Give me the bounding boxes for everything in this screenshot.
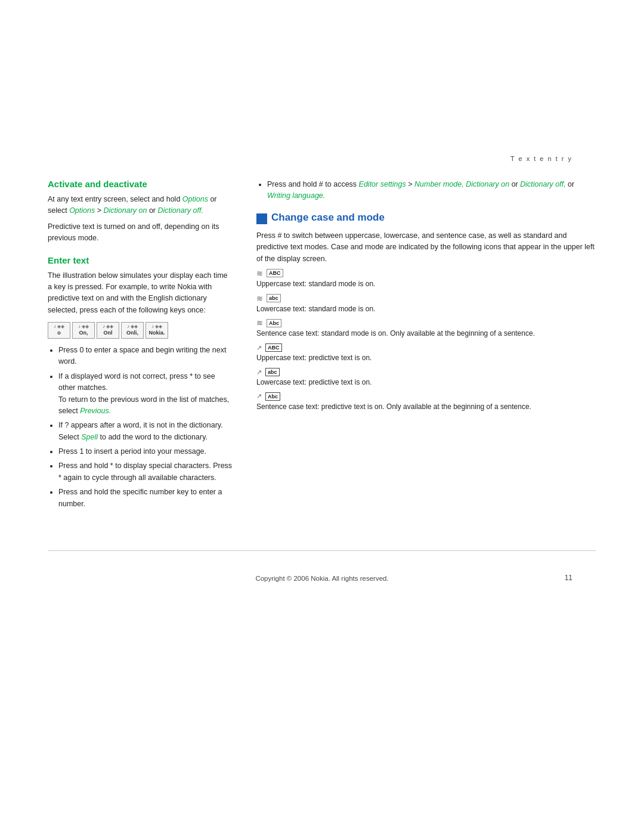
activate-title: Activate and deactivate: [48, 179, 233, 189]
page-footer: Copyright © 2006 Nokia. All rights reser…: [0, 551, 644, 600]
right-column: Press and hold # to access Editor settin…: [256, 168, 596, 515]
key-3-top: ♪ ◈◈: [100, 324, 116, 330]
dict-off-link: Dictionary off.: [158, 206, 203, 215]
bullet-4: Press 1 to insert a period into your mes…: [58, 446, 233, 457]
keys-illustration: ♪ ◈◈ o ♪ ◈◈ On, ♪ ◈◈ Onl ♪ ◈◈ Onli, ♪ ◈◈: [48, 322, 233, 339]
wave-icon-3: ≋: [256, 318, 263, 327]
page-number: 11: [565, 574, 572, 582]
page-header: T e x t e n t r y: [0, 0, 644, 168]
mode-label-3: Sentence case text: standard mode is on.…: [256, 329, 596, 339]
change-case-title: Change case and mode: [271, 212, 385, 224]
activate-para1: At any text entry screen, select and hol…: [48, 194, 233, 217]
mode-uppercase-standard: ≋ ABC Uppercase text: standard mode is o…: [256, 269, 596, 289]
wave-icon-5: ↗: [256, 368, 262, 376]
change-case-heading-wrapper: Change case and mode: [256, 212, 596, 224]
mode-lowercase-predictive: ↗ abc Lowercase text: predictive text is…: [256, 368, 596, 388]
key-4-top: ♪ ◈◈: [124, 324, 141, 330]
mode-icon-row-4: ↗ ABC: [256, 343, 596, 352]
bullet-1: Press 0 to enter a space and begin writi…: [58, 345, 233, 368]
wave-icon-2: ≋: [256, 294, 263, 303]
section-label: T e x t e n t r y: [510, 155, 572, 162]
dict-on-link: Dictionary on: [103, 206, 147, 215]
bullet-5: Press and hold * to display special char…: [58, 460, 233, 484]
abc-icon-4: ABC: [265, 343, 282, 352]
mode-label-4: Uppercase text: predictive text is on.: [256, 353, 596, 363]
mode-sentence-standard: ≋ Abc Sentence case text: standard mode …: [256, 318, 596, 339]
abc-icon-3: Abc: [267, 319, 281, 327]
key-3: ♪ ◈◈ Onl: [97, 322, 119, 339]
mode-label-5: Lowercase text: predictive text is on.: [256, 377, 596, 388]
mode-label-2: Lowercase text: standard mode is on.: [256, 304, 596, 314]
right-top-bullets: Press and hold # to access Editor settin…: [256, 179, 596, 202]
activate-para2: Predictive text is turned on and off, de…: [48, 221, 233, 244]
mode-label-6: Sentence case text: predictive text is o…: [256, 402, 596, 412]
key-5-bottom: Nokia.: [148, 330, 165, 337]
wave-icon-1: ≋: [256, 269, 263, 278]
key-2-top: ♪ ◈◈: [75, 324, 92, 330]
number-mode-link: Number mode,: [414, 180, 464, 188]
page: T e x t e n t r y Activate and deactivat…: [0, 0, 644, 833]
key-1-bottom: o: [51, 330, 67, 337]
mode-lowercase-standard: ≋ abc Lowercase text: standard mode is o…: [256, 294, 596, 314]
change-case-para: Press # to switch between uppercase, low…: [256, 230, 596, 265]
key-4-bottom: Onli,: [124, 330, 141, 337]
previous-link: Previous.: [80, 407, 111, 415]
abc-icon-5: abc: [265, 368, 280, 376]
key-1-top: ♪ ◈◈: [51, 324, 67, 330]
enter-para1: The illustration below simulates your di…: [48, 270, 233, 317]
key-5-top: ♪ ◈◈: [148, 324, 165, 330]
mode-uppercase-predictive: ↗ ABC Uppercase text: predictive text is…: [256, 343, 596, 363]
enter-title: Enter text: [48, 255, 233, 265]
key-2-bottom: On,: [75, 330, 92, 337]
key-2: ♪ ◈◈ On,: [72, 322, 95, 339]
wave-icon-6: ↗: [256, 392, 262, 400]
editor-settings-link: Editor settings: [359, 180, 406, 188]
mode-icon-row-6: ↗ Abc: [256, 392, 596, 401]
mode-sentence-predictive: ↗ Abc Sentence case text: predictive tex…: [256, 392, 596, 412]
bullet-2: If a displayed word is not correct, pres…: [58, 371, 233, 417]
abc-icon-2: abc: [267, 294, 281, 302]
content-area: Activate and deactivate At any text entr…: [0, 168, 644, 515]
options-link-1: Options: [182, 195, 208, 203]
bullet-3: If ? appears after a word, it is not in …: [58, 420, 233, 443]
right-bullet-1: Press and hold # to access Editor settin…: [267, 179, 596, 202]
key-3-bottom: Onl: [100, 330, 116, 337]
left-column: Activate and deactivate At any text entr…: [48, 168, 233, 515]
bullet-6: Press and hold the specific number key t…: [58, 487, 233, 510]
enter-bullets: Press 0 to enter a space and begin writi…: [48, 345, 233, 510]
dict-on-link-r: Dictionary on: [466, 180, 509, 188]
mode-icon-row-2: ≋ abc: [256, 294, 596, 303]
abc-icon-1: ABC: [267, 269, 283, 277]
blue-square-icon: [256, 213, 267, 224]
mode-icon-row-3: ≋ Abc: [256, 318, 596, 327]
mode-label-1: Uppercase text: standard mode is on.: [256, 279, 596, 289]
key-5: ♪ ◈◈ Nokia.: [145, 322, 168, 339]
writing-lang-link: Writing language.: [267, 191, 325, 200]
mode-icon-row-1: ≋ ABC: [256, 269, 596, 278]
options-link-2: Options: [69, 206, 95, 215]
wave-icon-4: ↗: [256, 344, 262, 352]
mode-icon-row-5: ↗ abc: [256, 368, 596, 376]
abc-icon-6: Abc: [265, 392, 280, 401]
dict-off-link-r: Dictionary off,: [520, 180, 565, 188]
spell-link: Spell: [81, 433, 98, 441]
key-1: ♪ ◈◈ o: [48, 322, 70, 339]
copyright-text: Copyright © 2006 Nokia. All rights reser…: [255, 575, 388, 582]
key-4: ♪ ◈◈ Onli,: [121, 322, 144, 339]
